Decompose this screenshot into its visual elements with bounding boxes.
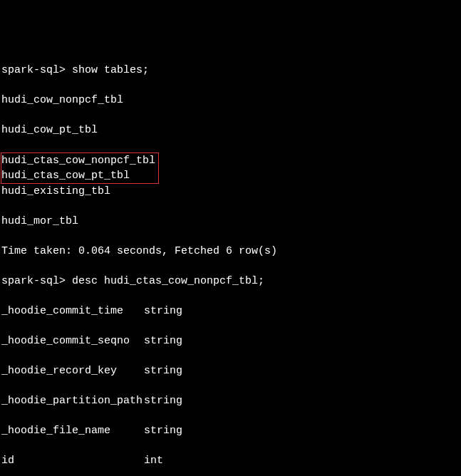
desc-type: string — [144, 425, 182, 437]
desc-col: id — [1, 453, 144, 468]
desc-row: idint — [1, 453, 460, 468]
prompt-line-1: spark-sql> show tables; — [1, 63, 460, 78]
desc-col: _hoodie_file_name — [1, 423, 144, 438]
desc-col: _hoodie_partition_path — [1, 393, 144, 408]
table-row: hudi_ctas_cow_nonpcf_tbl — [1, 153, 155, 168]
table-row: hudi_ctas_cow_pt_tbl — [1, 170, 130, 182]
desc-type: string — [144, 365, 182, 377]
prompt-text: spark-sql> — [1, 275, 66, 287]
desc-type: string — [144, 335, 182, 347]
desc-col: _hoodie_commit_seqno — [1, 333, 144, 348]
desc-row: _hoodie_commit_seqnostring — [1, 333, 460, 348]
desc-col: _hoodie_record_key — [1, 363, 144, 378]
table-row: hudi_cow_pt_tbl — [1, 123, 460, 138]
table-row: hudi_existing_tbl — [1, 184, 460, 199]
desc-type: string — [144, 305, 182, 317]
desc-row: _hoodie_file_namestring — [1, 423, 460, 438]
highlight-box: hudi_ctas_cow_nonpcf_tblhudi_ctas_cow_pt… — [1, 152, 159, 184]
desc-row: _hoodie_partition_pathstring — [1, 393, 460, 408]
desc-row: _hoodie_commit_timestring — [1, 304, 460, 319]
desc-col: _hoodie_commit_time — [1, 304, 144, 319]
time-taken-1: Time taken: 0.064 seconds, Fetched 6 row… — [1, 244, 460, 259]
prompt-text: spark-sql> — [1, 64, 66, 76]
table-row: hudi_cow_nonpcf_tbl — [1, 93, 460, 108]
prompt-line-2: spark-sql> desc hudi_ctas_cow_nonpcf_tbl… — [1, 274, 460, 289]
desc-row: _hoodie_record_keystring — [1, 363, 460, 378]
command-2: desc hudi_ctas_cow_nonpcf_tbl; — [72, 275, 264, 287]
command-1: show tables; — [72, 64, 149, 76]
table-row: hudi_mor_tbl — [1, 214, 460, 229]
desc-type: int — [144, 455, 163, 467]
desc-type: string — [144, 395, 182, 407]
